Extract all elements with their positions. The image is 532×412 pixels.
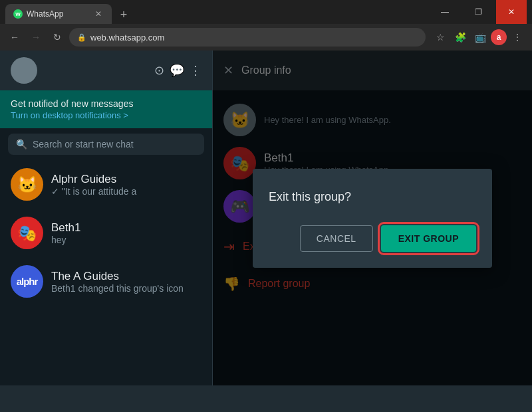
chat-icon[interactable]: 💬 bbox=[170, 63, 184, 78]
notification-subtitle[interactable]: Turn on desktop notifications > bbox=[11, 110, 201, 120]
more-icon[interactable]: ⋮ bbox=[190, 63, 201, 78]
search-input-wrap[interactable]: 🔍 Search or start new chat bbox=[8, 134, 204, 155]
list-item[interactable]: alphr The A Guides Beth1 changed this gr… bbox=[0, 257, 212, 306]
active-tab[interactable]: W WhatsApp ✕ bbox=[5, 4, 112, 24]
address-bar: ← → ↻ 🔒 web.whatsapp.com ☆ 🧩 📺 a ⋮ bbox=[0, 24, 532, 51]
user-avatar[interactable] bbox=[11, 57, 37, 84]
title-bar: W WhatsApp ✕ + — ❐ ✕ bbox=[0, 0, 532, 24]
main-chat: ✕ Group info 🐱 Hey there! I am using Wha… bbox=[213, 51, 532, 385]
modal-overlay: Exit this group? CANCEL EXIT GROUP bbox=[213, 51, 532, 385]
minimize-btn[interactable]: — bbox=[430, 0, 460, 24]
modal-dialog: Exit this group? CANCEL EXIT GROUP bbox=[253, 169, 492, 268]
menu-icon[interactable]: ⋮ bbox=[508, 28, 527, 47]
tab-bar: W WhatsApp ✕ + bbox=[5, 0, 430, 24]
chat-name: Alphr Guides bbox=[51, 173, 201, 186]
chat-info: Beth1 hey bbox=[51, 221, 201, 245]
notification-title: Get notified of new messages bbox=[11, 98, 201, 109]
sidebar: ⊙ 💬 ⋮ Get notified of new messages Turn … bbox=[0, 51, 213, 385]
exit-group-button[interactable]: EXIT GROUP bbox=[381, 225, 476, 252]
reload-btn[interactable]: ↻ bbox=[48, 28, 66, 47]
chat-preview: Beth1 changed this group's icon bbox=[51, 283, 201, 294]
profile-badge[interactable]: a bbox=[491, 29, 507, 45]
list-item[interactable]: 🎭 Beth1 hey bbox=[0, 209, 212, 257]
chat-preview: ✓ "It is our attitude a bbox=[51, 186, 201, 197]
maximize-btn[interactable]: ❐ bbox=[463, 0, 493, 24]
new-tab-btn[interactable]: + bbox=[114, 5, 133, 24]
chat-info: The A Guides Beth1 changed this group's … bbox=[51, 270, 201, 294]
avatar: 🐱 bbox=[11, 168, 43, 201]
chat-name: Beth1 bbox=[51, 221, 201, 235]
chat-name: The A Guides bbox=[51, 270, 201, 283]
back-btn[interactable]: ← bbox=[5, 28, 24, 47]
search-icon: 🔍 bbox=[16, 139, 27, 150]
tab-title: WhatsApp bbox=[27, 9, 89, 19]
chat-list: 🐱 Alphr Guides ✓ "It is our attitude a 🎭… bbox=[0, 160, 212, 385]
close-btn[interactable]: ✕ bbox=[496, 0, 527, 24]
avatar: alphr bbox=[11, 265, 43, 298]
modal-title: Exit this group? bbox=[269, 190, 476, 204]
toolbar-right: ☆ 🧩 📺 a ⋮ bbox=[431, 28, 527, 47]
status-icon[interactable]: ⊙ bbox=[154, 63, 164, 78]
chat-preview: hey bbox=[51, 235, 201, 245]
forward-btn[interactable]: → bbox=[27, 28, 45, 47]
url-bar[interactable]: 🔒 web.whatsapp.com bbox=[69, 28, 426, 47]
cancel-button[interactable]: CANCEL bbox=[300, 225, 373, 252]
tab-close-btn[interactable]: ✕ bbox=[93, 9, 104, 19]
notification-banner: Get notified of new messages Turn on des… bbox=[0, 90, 212, 128]
app-content: ⊙ 💬 ⋮ Get notified of new messages Turn … bbox=[0, 51, 532, 385]
sidebar-icons: ⊙ 💬 ⋮ bbox=[154, 63, 201, 78]
list-item[interactable]: 🐱 Alphr Guides ✓ "It is our attitude a bbox=[0, 160, 212, 209]
url-text: web.whatsapp.com bbox=[90, 33, 164, 43]
sidebar-header: ⊙ 💬 ⋮ bbox=[0, 51, 212, 90]
cast-icon[interactable]: 📺 bbox=[471, 28, 489, 47]
window-controls: — ❐ ✕ bbox=[430, 0, 527, 24]
modal-buttons: CANCEL EXIT GROUP bbox=[269, 225, 476, 252]
star-icon[interactable]: ☆ bbox=[431, 28, 450, 47]
chat-info: Alphr Guides ✓ "It is our attitude a bbox=[51, 173, 201, 197]
extension-icon[interactable]: 🧩 bbox=[451, 28, 469, 47]
lock-icon: 🔒 bbox=[77, 33, 86, 42]
browser-chrome: W WhatsApp ✕ + — ❐ ✕ ← → ↻ 🔒 web.whatsap… bbox=[0, 0, 532, 51]
search-bar: 🔍 Search or start new chat bbox=[0, 128, 212, 160]
avatar: 🎭 bbox=[11, 217, 43, 249]
search-placeholder: Search or start new chat bbox=[33, 139, 134, 150]
tab-favicon: W bbox=[13, 9, 23, 19]
